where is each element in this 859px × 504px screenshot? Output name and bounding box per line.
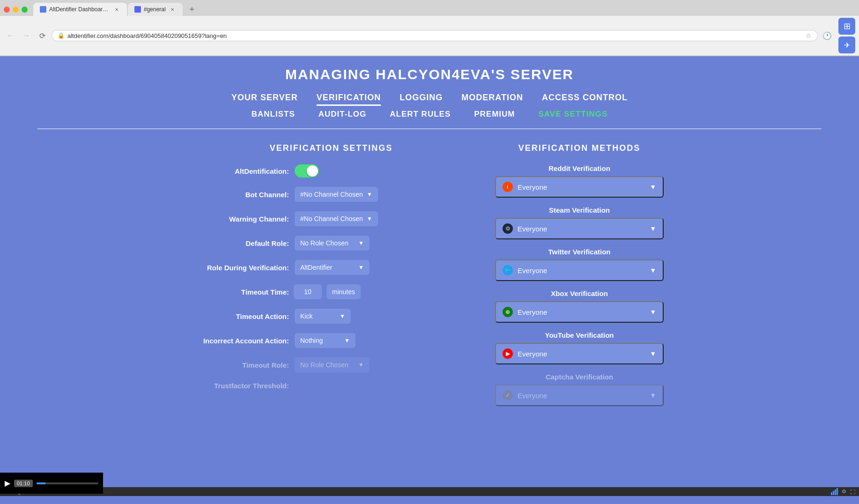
xbox-dropdown[interactable]: ⊕ Everyone ▼: [495, 301, 664, 323]
nav-logging[interactable]: LOGGING: [400, 91, 443, 106]
address-input[interactable]: [67, 32, 803, 39]
signal-bar-3: [835, 489, 836, 495]
main-nav: YOUR SERVER VERIFICATION LOGGING MODERAT…: [0, 91, 859, 106]
signal-bar-4: [837, 488, 838, 495]
subnav-save-settings[interactable]: SAVE SETTINGS: [539, 110, 608, 119]
timeout-time-row: Timeout Time: minutes: [195, 284, 467, 299]
video-overlay: ▶ 01:10: [0, 473, 103, 494]
role-during-verification-dropdown[interactable]: AltDentifier ▼: [295, 260, 370, 275]
minimize-window-button[interactable]: [13, 7, 19, 13]
default-role-label: Default Role:: [195, 239, 289, 247]
maximize-window-button[interactable]: [22, 7, 28, 13]
subnav-alert-rules[interactable]: ALERT RULES: [390, 110, 451, 119]
steam-dropdown-left: ⚙ Everyone: [503, 223, 547, 234]
send-icon: ✈: [844, 41, 850, 50]
tab-favicon-discord: [134, 6, 141, 13]
extensions-button[interactable]: ⊞: [838, 18, 855, 35]
signal-bar-1: [831, 492, 832, 495]
tab-close-altdentifier[interactable]: ✕: [113, 6, 120, 13]
content-area: VERIFICATION SETTINGS AltDentification: …: [0, 143, 859, 415]
timeout-role-chevron: ▼: [358, 362, 364, 368]
toggle-knob: [307, 165, 318, 177]
video-progress-fill: [37, 482, 46, 484]
timeout-input[interactable]: [294, 284, 322, 299]
warning-channel-dropdown[interactable]: #No Channel Chosen ▼: [295, 211, 378, 226]
tab-close-discord[interactable]: ✕: [169, 6, 176, 13]
timeout-action-dropdown[interactable]: Kick ▼: [295, 309, 351, 324]
nav-your-server[interactable]: YOUR SERVER: [231, 91, 298, 106]
steam-dropdown[interactable]: ⚙ Everyone ▼: [495, 218, 664, 239]
tab-discord[interactable]: #general ✕: [128, 3, 183, 16]
altdentification-toggle-container: [295, 164, 319, 178]
video-time: 01:10: [14, 480, 33, 487]
trustfactor-row: Trustfactor Threshold:: [195, 382, 467, 390]
settings-icon[interactable]: ⚙: [842, 489, 846, 495]
history-button[interactable]: 🕐: [821, 29, 834, 42]
reddit-dropdown-left: r Everyone: [503, 182, 547, 192]
incorrect-account-action-label: Incorrect Account Action:: [195, 337, 289, 345]
tab-altdentifier[interactable]: AltDentifier Dashboard - Mana... ✕: [33, 3, 127, 16]
steam-method-title: Steam Verification: [495, 206, 664, 214]
reload-button[interactable]: ⟳: [36, 29, 49, 42]
captcha-method: Captcha Verification ✓ Everyone ▼: [495, 373, 664, 406]
twitter-value: Everyone: [518, 267, 547, 274]
subnav-audit-log[interactable]: AUDIT-LOG: [318, 110, 367, 119]
steam-value: Everyone: [518, 225, 547, 233]
twitter-dropdown[interactable]: 🐦 Everyone ▼: [495, 259, 664, 281]
reddit-icon: r: [503, 182, 513, 192]
nav-access-control[interactable]: ACCESS CONTROL: [542, 91, 628, 106]
sub-nav: BANLISTS AUDIT-LOG ALERT RULES PREMIUM S…: [0, 110, 859, 119]
incorrect-account-action-dropdown[interactable]: Nothing ▼: [295, 333, 355, 348]
nav-moderation[interactable]: MODERATION: [461, 91, 523, 106]
subnav-premium[interactable]: PREMIUM: [474, 110, 515, 119]
forward-button[interactable]: →: [20, 29, 33, 42]
youtube-dropdown[interactable]: ▶ Everyone ▼: [495, 343, 664, 364]
steam-method: Steam Verification ⚙ Everyone ▼: [495, 206, 664, 239]
layers-icon: ⊞: [844, 21, 851, 31]
altdentification-toggle[interactable]: [295, 164, 319, 178]
back-button[interactable]: ←: [4, 29, 17, 42]
video-progress-bar[interactable]: [37, 482, 98, 484]
bot-channel-dropdown[interactable]: #No Channel Chosen ▼: [295, 187, 378, 202]
verification-settings-title: VERIFICATION SETTINGS: [195, 143, 467, 153]
nav-bar: ← → ⟳ 🔒 ☆ 🕐 ⊞ ✈: [0, 16, 859, 56]
default-role-chevron: ▼: [358, 240, 364, 246]
section-divider: [37, 128, 822, 129]
verification-settings-panel: VERIFICATION SETTINGS AltDentification: …: [195, 143, 467, 415]
status-right: ⚙ ⛶: [831, 488, 855, 495]
tab-favicon-altdentifier: [40, 6, 46, 13]
warning-channel-label: Warning Channel:: [195, 215, 289, 223]
nav-verification[interactable]: VERIFICATION: [317, 91, 381, 106]
timeout-action-chevron: ▼: [340, 313, 345, 319]
altdentification-row: AltDentification:: [195, 164, 467, 178]
warning-channel-row: Warning Channel: #No Channel Chosen ▼: [195, 211, 467, 226]
timeout-action-value: Kick: [300, 312, 312, 320]
youtube-method-title: YouTube Verification: [495, 331, 664, 339]
signal-bars: [831, 488, 838, 495]
timeout-role-dropdown[interactable]: No Role Chosen ▼: [295, 357, 370, 372]
subnav-banlists[interactable]: BANLISTS: [252, 110, 295, 119]
warning-channel-chevron: ▼: [367, 215, 372, 222]
twitter-chevron: ▼: [650, 267, 656, 274]
tab-label-altdentifier: AltDentifier Dashboard - Mana...: [49, 6, 110, 13]
role-during-verification-value: AltDentifier: [300, 264, 332, 271]
video-play-button[interactable]: ▶: [5, 479, 10, 488]
close-window-button[interactable]: [4, 7, 10, 13]
fullscreen-icon[interactable]: ⛶: [850, 489, 855, 495]
timeout-time-label: Timeout Time:: [195, 288, 289, 296]
reddit-dropdown[interactable]: r Everyone ▼: [495, 176, 664, 198]
default-role-dropdown[interactable]: No Role Chosen ▼: [295, 236, 370, 251]
send-button[interactable]: ✈: [838, 37, 855, 53]
bot-channel-chevron: ▼: [367, 191, 372, 198]
xbox-icon: ⊕: [503, 307, 513, 317]
timeout-action-row: Timeout Action: Kick ▼: [195, 309, 467, 324]
youtube-dropdown-left: ▶ Everyone: [503, 348, 547, 359]
new-tab-button[interactable]: +: [185, 3, 199, 16]
tab-label-discord: #general: [144, 6, 166, 13]
captcha-chevron: ▼: [650, 392, 656, 399]
captcha-dropdown[interactable]: ✓ Everyone ▼: [495, 385, 664, 406]
bookmark-icon[interactable]: ☆: [806, 32, 812, 39]
twitter-icon: 🐦: [503, 265, 513, 275]
lock-icon: 🔒: [58, 32, 65, 39]
reddit-method: Reddit Verification r Everyone ▼: [495, 164, 664, 198]
